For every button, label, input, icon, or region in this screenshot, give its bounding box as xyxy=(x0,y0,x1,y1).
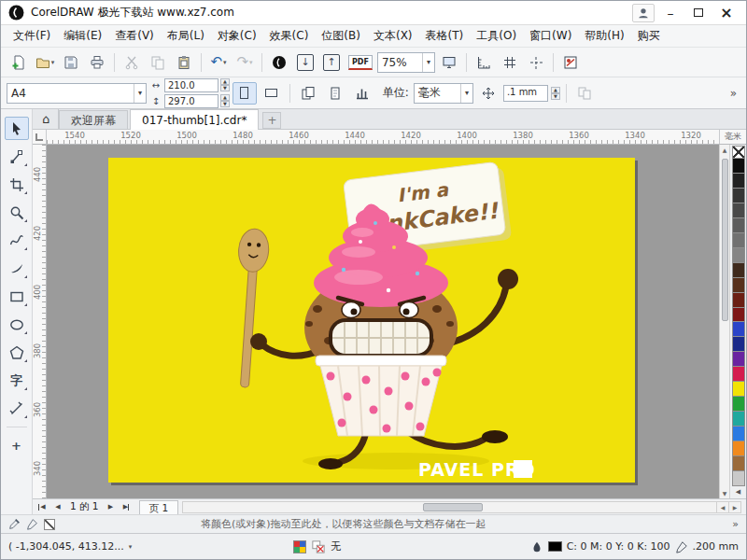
no-color-well[interactable] xyxy=(44,519,55,530)
color-swatch[interactable] xyxy=(732,396,745,412)
open-button[interactable]: ▾ xyxy=(33,51,57,74)
text-tool[interactable]: 字 xyxy=(5,369,29,392)
scroll-left-button[interactable]: ◀ xyxy=(716,501,728,513)
color-swatch[interactable] xyxy=(732,292,745,308)
outline-pen-icon[interactable] xyxy=(26,518,38,530)
color-swatch[interactable] xyxy=(732,203,745,218)
last-page-button[interactable]: ▶ xyxy=(120,500,134,513)
cut-button[interactable] xyxy=(120,51,144,74)
new-tab-button[interactable]: + xyxy=(262,112,281,129)
horizontal-scroll-thumb[interactable] xyxy=(423,503,483,511)
units-caret[interactable]: ▾ xyxy=(460,84,469,103)
coordinates-caret[interactable]: ▾ xyxy=(129,543,133,551)
export-button[interactable]: ↑ xyxy=(319,51,344,74)
undo-dropdown-caret[interactable]: ▾ xyxy=(223,59,227,66)
polygon-tool[interactable] xyxy=(5,341,29,364)
freehand-tool[interactable] xyxy=(5,229,29,252)
menu-item[interactable]: 查看(V) xyxy=(108,25,161,47)
menu-item[interactable]: 对象(C) xyxy=(211,25,263,47)
landscape-button[interactable] xyxy=(260,82,284,105)
dimension-tool[interactable] xyxy=(5,397,29,420)
drawing-scale-button[interactable] xyxy=(350,82,374,105)
vertical-ruler[interactable]: 440420400380360340 xyxy=(33,145,47,498)
menu-item[interactable]: 表格(T) xyxy=(419,25,471,47)
portrait-button[interactable] xyxy=(233,82,257,105)
nudge-offset-button[interactable] xyxy=(476,82,500,105)
color-swatch[interactable] xyxy=(732,470,745,486)
menu-item[interactable]: 文本(X) xyxy=(367,25,419,47)
color-swatch[interactable] xyxy=(732,351,745,367)
color-swatch[interactable] xyxy=(732,366,745,382)
canvas[interactable]: I'm a PunkCake!! xyxy=(47,145,719,498)
publish-pdf-button[interactable]: PDF xyxy=(345,51,375,74)
tab-welcome[interactable]: 欢迎屏幕 xyxy=(59,110,128,129)
zoom-level-select[interactable]: 75% ▾ xyxy=(377,52,435,73)
nudge-offset-field[interactable]: .1 mm xyxy=(503,85,548,102)
page-height-field[interactable]: 297.0 mm xyxy=(164,94,218,108)
copy-button[interactable] xyxy=(146,51,170,74)
add-tools-button[interactable]: + xyxy=(5,434,29,457)
home-tab[interactable]: ⌂ xyxy=(35,109,59,129)
vertical-scrollbar[interactable]: ▲ ▼ xyxy=(719,145,729,498)
save-button[interactable] xyxy=(59,51,83,74)
menu-item[interactable]: 文件(F) xyxy=(7,25,57,47)
color-swatch[interactable] xyxy=(732,455,745,471)
ruler-origin-icon[interactable] xyxy=(33,130,47,144)
close-button[interactable]: × xyxy=(714,4,739,22)
color-swatch[interactable] xyxy=(732,411,745,427)
scroll-right-button[interactable]: ▶ xyxy=(728,501,740,513)
zoom-tool[interactable] xyxy=(5,201,29,224)
dock-overflow-chevron[interactable]: » xyxy=(732,518,739,530)
tab-document[interactable]: 017-thumb[1].cdr* xyxy=(130,109,259,130)
fullscreen-preview-button[interactable] xyxy=(437,51,461,74)
page-size-select[interactable]: A4 ▾ xyxy=(7,83,147,104)
first-page-button[interactable]: ◀ xyxy=(35,500,49,513)
maximize-button[interactable] xyxy=(686,4,711,22)
color-swatch[interactable] xyxy=(732,173,745,189)
all-pages-button[interactable] xyxy=(296,82,320,105)
units-select[interactable]: 毫米 ▾ xyxy=(414,83,473,104)
current-page-button[interactable] xyxy=(323,82,347,105)
eyedropper-icon[interactable] xyxy=(8,518,21,530)
horizontal-scrollbar[interactable]: ◀ ▶ xyxy=(182,501,741,513)
zoom-dropdown-caret[interactable]: ▾ xyxy=(422,53,430,72)
color-swatch[interactable] xyxy=(732,247,745,263)
color-swatch[interactable] xyxy=(732,262,745,278)
scroll-up-button[interactable]: ▲ xyxy=(723,145,727,155)
palette-expand-button[interactable]: ◀ xyxy=(736,486,740,497)
next-page-button[interactable]: ▶ xyxy=(104,500,119,513)
rectangle-tool[interactable] xyxy=(5,285,29,308)
scroll-down-button[interactable]: ▼ xyxy=(723,488,727,498)
paste-button[interactable] xyxy=(172,51,196,74)
show-guidelines-button[interactable] xyxy=(524,51,548,74)
color-swatch[interactable] xyxy=(732,277,745,293)
options-button[interactable] xyxy=(558,51,583,74)
page-size-caret[interactable]: ▾ xyxy=(134,84,142,103)
page-tab[interactable]: 页 1 xyxy=(139,500,179,514)
color-swatch[interactable] xyxy=(732,336,745,352)
menu-item[interactable]: 编辑(E) xyxy=(57,25,108,47)
redo-dropdown-caret[interactable]: ▾ xyxy=(249,59,253,66)
color-swatch[interactable] xyxy=(732,188,745,203)
color-swatch[interactable] xyxy=(732,321,745,337)
color-swatch[interactable] xyxy=(732,232,745,248)
undo-button[interactable]: ↶▾ xyxy=(206,51,231,74)
no-color-swatch[interactable] xyxy=(732,146,745,159)
redo-button[interactable]: ↷▾ xyxy=(233,51,257,74)
menu-item[interactable]: 帮助(H) xyxy=(578,25,630,47)
page-height-stepper[interactable]: ▲▼ xyxy=(220,94,230,107)
color-swatch[interactable] xyxy=(732,158,745,174)
menu-item[interactable]: 位图(B) xyxy=(315,25,367,47)
property-bar-overflow[interactable]: » xyxy=(726,87,740,100)
color-swatch[interactable] xyxy=(732,441,745,456)
document-palette-icon[interactable] xyxy=(293,540,306,553)
import-button[interactable]: ↓ xyxy=(293,51,317,74)
search-content-button[interactable] xyxy=(267,51,291,74)
open-dropdown-caret[interactable]: ▾ xyxy=(51,59,55,66)
duplicate-distance-button[interactable] xyxy=(572,82,597,105)
show-grid-button[interactable] xyxy=(498,51,522,74)
menu-item[interactable]: 购买 xyxy=(631,25,667,47)
ellipse-tool[interactable] xyxy=(5,313,29,336)
shape-tool[interactable] xyxy=(5,145,29,168)
print-button[interactable] xyxy=(85,51,109,74)
